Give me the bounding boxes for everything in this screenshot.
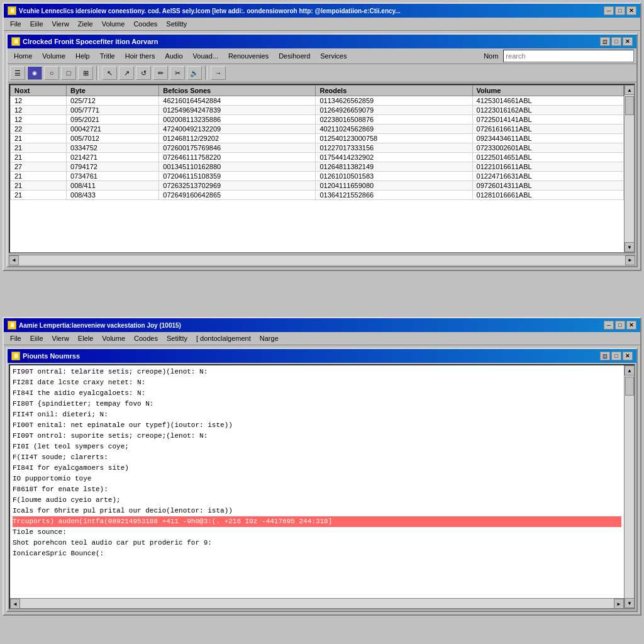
table-cell: 072632513702969 (159, 181, 316, 191)
scrollbar-down-btn[interactable]: ▼ (625, 242, 635, 252)
nav-help[interactable]: Help (72, 51, 94, 61)
menu1-vierw[interactable]: Vierw (48, 19, 73, 29)
console-scrollbar-thumb[interactable] (625, 377, 634, 396)
console-content: FI90T ontral: telarite setis; creope)(le… (10, 365, 624, 598)
table-cell: 01221016611ABL (472, 162, 623, 172)
console-scroll-up-btn[interactable]: ▲ (625, 365, 635, 375)
menu2-coodes[interactable]: Coodes (130, 333, 162, 343)
table-cell: 012549694247839 (159, 106, 316, 115)
window1-maximize-btn[interactable]: □ (615, 6, 625, 15)
table-cell: 07225014141ABL (472, 115, 623, 125)
menu2-eiile[interactable]: Eiile (26, 333, 47, 343)
toolbar-scissors-btn[interactable]: ✂ (170, 66, 185, 80)
nav-home[interactable]: Home (10, 51, 36, 61)
menu1-volume[interactable]: Volume (98, 19, 129, 29)
table-cell: 072046115108359 (159, 172, 316, 181)
menu2-volume[interactable]: Volume (98, 333, 129, 343)
window2-dialog-maximize-btn[interactable]: □ (611, 352, 621, 360)
toolbar-square-btn[interactable]: □ (61, 66, 76, 80)
search-label: Nom (481, 52, 501, 60)
toolbar-pencil-btn[interactable]: ✏ (153, 66, 168, 80)
table-cell: 07233002601ABL (472, 143, 623, 153)
menu2-vierw[interactable]: Vierw (48, 333, 73, 343)
nav-desihoerd[interactable]: Desihoerd (275, 51, 314, 61)
table-cell: 22 (11, 125, 67, 134)
menu2-setiltty[interactable]: Setiltty (163, 333, 191, 343)
menu2-dontoclalgement[interactable]: [ dontoclalgement (192, 333, 255, 343)
window1-dialog-controls: ◫ □ ✕ (600, 37, 633, 46)
table-cell: 072600175769846 (159, 143, 316, 153)
toolbar-icon1-btn[interactable]: ◉ (27, 66, 42, 80)
window2-console-container: FI90T ontral: telarite setis; creope)(le… (9, 364, 635, 609)
scrollbar-right-btn[interactable]: ► (625, 255, 635, 265)
nav-services[interactable]: Services (316, 51, 350, 61)
window1-dialog-titlebar: 🖥 Clrocked Fronit Spoecefiter ition Aorv… (8, 35, 636, 48)
table-cell: 01134626562859 (316, 96, 472, 106)
toolbar-grid-btn[interactable]: ⊞ (78, 66, 93, 80)
table-cell: 472400492132209 (159, 125, 316, 134)
menu1-coodes[interactable]: Coodes (130, 19, 161, 29)
toolbar-arrow2-btn[interactable]: → (211, 66, 226, 80)
menu2-narge[interactable]: Narge (256, 333, 282, 343)
menu1-file[interactable]: File (6, 19, 25, 29)
console-scroll-down-btn[interactable]: ▼ (625, 598, 635, 608)
search-input[interactable] (503, 50, 634, 62)
nav-hoirthers[interactable]: Hoir thers (121, 51, 159, 61)
table-cell: 21 (11, 181, 67, 191)
scrollbar-h-track (19, 255, 625, 265)
nav-vouad[interactable]: Vouad... (189, 51, 222, 61)
window2-minimize-btn[interactable]: ─ (604, 321, 614, 330)
toolbar-undo-btn[interactable]: ↺ (136, 66, 151, 80)
window1-minimize-btn[interactable]: ─ (604, 6, 614, 15)
nav-tritle[interactable]: Tritle (96, 51, 119, 61)
toolbar-audio-btn[interactable]: 🔊 (187, 66, 202, 80)
toolbar-arrow-btn[interactable]: ↖ (102, 66, 117, 80)
window1-dialog-restore-btn[interactable]: ◫ (600, 37, 610, 46)
menu2-file[interactable]: File (6, 333, 25, 343)
console-line: IO pupportomio toye (13, 474, 621, 484)
window2-titlebar: 🖥 Aamie Lempertia:laenveniew vackestatio… (4, 318, 640, 332)
nav-audio[interactable]: Audio (161, 51, 186, 61)
toolbar-circle-btn[interactable]: ○ (44, 66, 59, 80)
console-line: FI80T {spindietter; tempay fovo N: (13, 399, 621, 409)
window1-dialog-maximize-btn[interactable]: □ (611, 37, 621, 46)
window2-dialog-close-btn[interactable]: ✕ (623, 352, 633, 360)
window1-dialog-close-btn[interactable]: ✕ (623, 37, 633, 46)
menu1-setiltty[interactable]: Setiltty (162, 19, 191, 29)
console-line: Icals for 6hrite pul prital our decio(le… (13, 506, 621, 516)
toolbar-list-btn[interactable]: ☰ (10, 66, 25, 80)
table-cell: 40211024562869 (316, 125, 472, 134)
console-line: IonicareSpric Bounce(: (13, 548, 621, 559)
window1-close-btn[interactable]: ✕ (626, 6, 636, 15)
console-scroll-right-btn[interactable]: ► (614, 599, 624, 609)
menu2-elele[interactable]: Elele (74, 333, 97, 343)
table-cell: 012468112/29202 (159, 134, 316, 143)
console-scroll-left-btn[interactable]: ◄ (10, 599, 20, 609)
table-cell: 01281016661ABL (472, 191, 623, 200)
toolbar-cursor-btn[interactable]: ↗ (119, 66, 134, 80)
table-row: 12095/2021002008113235886022380165088760… (11, 115, 624, 125)
scrollbar-thumb[interactable] (625, 96, 634, 115)
window2-scrollbar-h: ◄ ► (10, 598, 624, 608)
window2-maximize-btn[interactable]: □ (615, 321, 625, 330)
window2-dialog-restore-btn[interactable]: ◫ (600, 352, 610, 360)
console-line: Shot porehcon teol audio car put proderi… (13, 538, 621, 548)
window2-dialog-left: 🖥 Piounts Noumrss (11, 352, 80, 360)
scrollbar-left-btn[interactable]: ◄ (9, 255, 19, 265)
table-cell: 07261616611ABL (472, 125, 623, 134)
table-row: 12005/7771012549694247839012649266590790… (11, 106, 624, 115)
scrollbar-up-btn[interactable]: ▲ (625, 85, 635, 95)
nav-renouvenies[interactable]: Renouvenies (225, 51, 272, 61)
col-reodels: Reodels (316, 86, 472, 96)
window1-dialog-titlebar-left: 🖥 Clrocked Fronit Spoecefiter ition Aorv… (11, 37, 158, 46)
console-line: F(loume audio cyeio arte); (13, 495, 621, 506)
menu1-ziele[interactable]: Ziele (74, 19, 97, 29)
table-cell: 02238016508876 (316, 115, 472, 125)
console-line: F(II4T soude; clarerts: (13, 452, 621, 463)
nav-volume[interactable]: Volume (38, 51, 69, 61)
menu1-eiile[interactable]: Eiile (26, 19, 47, 29)
window2-close-btn[interactable]: ✕ (626, 321, 636, 330)
table-cell: 012540123000758 (316, 134, 472, 143)
window1-scrollbar-v[interactable]: ▲ ▼ (624, 85, 634, 252)
window2-scrollbar-v[interactable]: ▲ ▼ (624, 365, 634, 608)
